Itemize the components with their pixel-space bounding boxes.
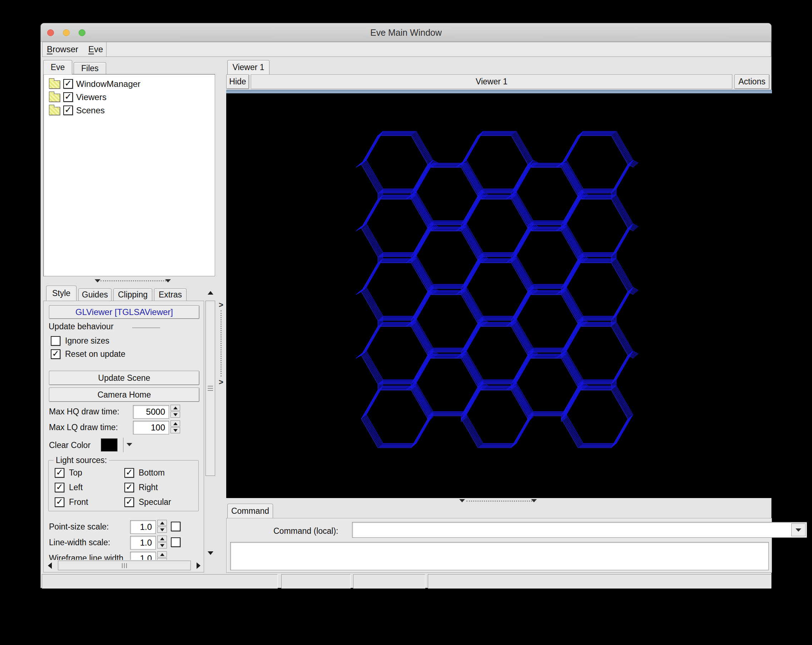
clear-color-label: Clear Color: [49, 440, 90, 450]
reset-on-update-checkbox[interactable]: [51, 349, 60, 359]
light-front-checkbox[interactable]: [55, 497, 64, 507]
tree-checkbox[interactable]: [63, 92, 73, 102]
style-panel-horizontal-scrollbar[interactable]: [44, 560, 204, 572]
line-width-checkbox[interactable]: [171, 537, 180, 547]
tree-item-windowmanager[interactable]: WindowManager: [44, 77, 215, 90]
light-specular-checkbox[interactable]: [124, 497, 134, 507]
tab-style[interactable]: Style: [46, 286, 76, 301]
tree-item-label: Viewers: [76, 92, 107, 102]
splitter-line: [101, 280, 168, 281]
max-lq-input[interactable]: 100: [133, 421, 169, 434]
command-combobox[interactable]: [352, 522, 807, 538]
max-hq-increment-button[interactable]: [171, 405, 180, 411]
wireframe-increment-button[interactable]: [157, 551, 167, 557]
actions-button[interactable]: Actions: [734, 74, 769, 89]
eve-main-window: Eve Main Window Browser Eve Eve Files Wi…: [40, 23, 772, 588]
vertical-splitter[interactable]: > >: [218, 60, 224, 572]
ignore-sizes-row[interactable]: Ignore sizes: [51, 336, 109, 346]
folder-icon: [49, 107, 60, 115]
scroll-down-icon[interactable]: [206, 548, 215, 558]
status-bar: [41, 574, 771, 588]
tree-item-scenes[interactable]: Scenes: [44, 104, 215, 117]
point-size-decrement-button[interactable]: [157, 527, 167, 533]
tab-clipping[interactable]: Clipping: [113, 289, 152, 301]
command-output-area[interactable]: [230, 542, 769, 570]
camera-home-button[interactable]: Camera Home: [49, 388, 200, 402]
glviewer-button[interactable]: GLViewer [TGLSAViewer]: [49, 305, 200, 319]
clear-color-row: Clear Color: [44, 438, 204, 452]
viewer-title-bar: Viewer 1: [251, 74, 732, 89]
splitter-expand-icon: >: [219, 300, 223, 310]
point-size-increment-button[interactable]: [157, 520, 167, 526]
line-width-increment-button[interactable]: [157, 536, 167, 542]
tab-viewer-1[interactable]: Viewer 1: [227, 60, 270, 74]
menubar-filler: [107, 42, 771, 57]
max-hq-label: Max HQ draw time:: [49, 407, 119, 417]
horizontal-splitter[interactable]: [226, 498, 772, 504]
titlebar: Eve Main Window: [41, 23, 771, 42]
vertical-scrollbar-thumb[interactable]: [206, 301, 215, 476]
tab-command[interactable]: Command: [227, 504, 273, 518]
light-right-checkbox[interactable]: [124, 483, 134, 492]
clear-color-swatch[interactable]: [101, 438, 118, 452]
command-input[interactable]: [354, 524, 790, 536]
scroll-up-icon[interactable]: [206, 288, 215, 298]
tab-guides[interactable]: Guides: [78, 289, 111, 301]
line-width-scale-row: Line-width scale: 1.0: [44, 536, 204, 550]
menu-eve[interactable]: Eve: [88, 44, 103, 54]
eve-tree: WindowManager Viewers Scenes: [43, 74, 215, 277]
max-lq-increment-button[interactable]: [171, 420, 180, 426]
update-scene-button[interactable]: Update Scene: [49, 371, 200, 385]
splitter-expand-icon: >: [219, 378, 223, 387]
splitter-collapse-icon: [459, 499, 465, 502]
max-lq-draw-time-row: Max LQ draw time: 100: [44, 420, 204, 435]
line-width-decrement-button[interactable]: [157, 543, 167, 549]
tab-files[interactable]: Files: [73, 62, 106, 74]
tab-extras[interactable]: Extras: [154, 289, 186, 301]
menu-browser[interactable]: Browser: [47, 44, 78, 54]
scrollbar-thumb[interactable]: [58, 561, 191, 570]
splitter-collapse-icon: [95, 279, 101, 283]
viewer-accent-bar: [226, 90, 772, 93]
light-left-row[interactable]: Left: [55, 483, 82, 492]
light-front-row[interactable]: Front: [55, 497, 88, 507]
point-size-input[interactable]: 1.0: [130, 520, 156, 534]
max-hq-decrement-button[interactable]: [171, 411, 180, 417]
light-top-checkbox[interactable]: [55, 468, 64, 478]
divider: [123, 438, 124, 452]
tree-checkbox[interactable]: [63, 79, 73, 89]
hide-button[interactable]: Hide: [226, 74, 249, 89]
window-title: Eve Main Window: [41, 23, 771, 42]
scroll-left-icon[interactable]: [44, 560, 55, 572]
light-sources-legend: Light sources:: [53, 455, 109, 465]
light-specular-row[interactable]: Specular: [124, 497, 171, 507]
clear-color-dropdown-icon[interactable]: [127, 443, 132, 446]
command-panel: Command (local):: [226, 518, 772, 573]
combobox-dropdown-icon[interactable]: [791, 523, 806, 536]
light-bottom-row[interactable]: Bottom: [124, 468, 165, 478]
status-segment: [42, 574, 278, 588]
light-sources-group: Light sources: Top Bottom Left Right Fro…: [48, 455, 199, 511]
ignore-sizes-checkbox[interactable]: [51, 336, 60, 346]
splitter-line: [466, 501, 534, 501]
light-right-row[interactable]: Right: [124, 483, 158, 492]
tree-item-viewers[interactable]: Viewers: [44, 90, 215, 104]
reset-on-update-row[interactable]: Reset on update: [51, 349, 125, 359]
max-lq-decrement-button[interactable]: [171, 427, 180, 433]
point-size-checkbox[interactable]: [171, 522, 180, 531]
max-hq-draw-time-row: Max HQ draw time: 5000: [44, 405, 204, 419]
tab-eve[interactable]: Eve: [43, 60, 72, 74]
status-segment: [281, 574, 351, 588]
folder-icon: [49, 81, 60, 89]
honeycomb-wireframe: [226, 93, 772, 498]
scroll-right-icon[interactable]: [193, 560, 204, 572]
light-bottom-checkbox[interactable]: [124, 468, 134, 478]
max-hq-input[interactable]: 5000: [133, 405, 169, 419]
tree-checkbox[interactable]: [63, 105, 73, 115]
gl-viewport[interactable]: [226, 93, 772, 498]
light-left-checkbox[interactable]: [55, 483, 64, 492]
light-top-row[interactable]: Top: [55, 468, 82, 478]
style-panel: GLViewer [TGLSAViewer] Update behaviour …: [43, 301, 204, 572]
horizontal-splitter[interactable]: [43, 277, 215, 286]
line-width-input[interactable]: 1.0: [130, 536, 156, 550]
